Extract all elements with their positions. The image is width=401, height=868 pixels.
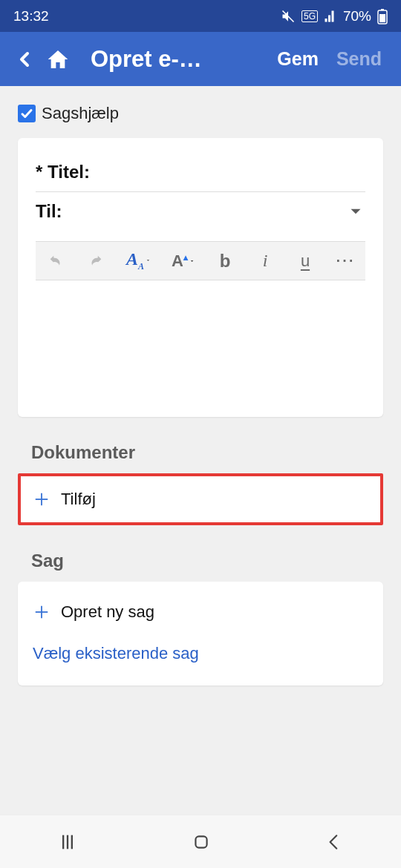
status-bar: 13:32 5G 70% — [0, 0, 401, 32]
case-help-row[interactable]: Sagshjælp — [18, 104, 383, 123]
to-field[interactable]: Til: — [36, 192, 365, 231]
chevron-down-icon[interactable] — [346, 202, 365, 221]
mute-icon — [281, 9, 296, 24]
content-area: Sagshjælp * Titel: Til: AA A▴ — [0, 86, 401, 703]
bold-button[interactable]: b — [215, 251, 235, 272]
app-bar: Opret e-… Gem Send — [0, 32, 401, 86]
caret-down-icon — [146, 256, 151, 265]
plus-icon — [33, 604, 50, 620]
caret-down-icon — [189, 257, 195, 266]
case-help-label: Sagshjælp — [42, 104, 119, 123]
status-right: 5G 70% — [281, 8, 388, 24]
battery-text: 70% — [343, 8, 371, 24]
redo-icon — [88, 253, 104, 269]
signal-icon — [324, 10, 337, 23]
home-nav-icon — [192, 832, 211, 852]
editor-body[interactable] — [36, 280, 365, 399]
send-button[interactable]: Send — [327, 48, 391, 70]
more-button[interactable]: ⋯ — [336, 249, 355, 272]
add-document-label: Tilføj — [61, 490, 96, 509]
documents-section-title: Dokumenter — [31, 442, 383, 463]
save-button[interactable]: Gem — [268, 48, 327, 70]
composer-card: * Titel: Til: AA A▴ b i u ⋯ — [18, 138, 383, 417]
font-family-button[interactable]: AA — [126, 249, 151, 272]
rich-text-toolbar: AA A▴ b i u ⋯ — [36, 241, 365, 280]
network-5g-icon: 5G — [301, 10, 318, 22]
back-nav-button[interactable] — [325, 832, 344, 852]
to-field-label: Til: — [36, 201, 62, 222]
recents-icon — [57, 832, 78, 852]
chevron-left-icon — [16, 48, 34, 70]
svg-rect-3 — [381, 9, 384, 10]
check-icon — [20, 107, 33, 120]
plus-icon — [33, 491, 50, 507]
battery-icon — [377, 8, 388, 24]
home-icon — [46, 47, 70, 71]
android-nav-bar — [0, 815, 401, 868]
home-button[interactable] — [43, 47, 73, 71]
documents-card-highlight: Tilføj — [18, 473, 383, 525]
undo-button[interactable] — [46, 253, 65, 269]
case-section-title: Sag — [31, 550, 383, 571]
select-existing-case-link[interactable]: Vælg eksisterende sag — [33, 637, 368, 663]
add-document-row[interactable]: Tilføj — [33, 490, 368, 509]
recents-button[interactable] — [57, 832, 78, 852]
title-field-label: * Titel: — [36, 162, 90, 183]
back-nav-icon — [325, 832, 344, 852]
case-help-checkbox[interactable] — [18, 105, 36, 122]
svg-rect-11 — [195, 836, 206, 847]
italic-button[interactable]: i — [255, 251, 275, 271]
font-size-button[interactable]: A▴ — [172, 251, 195, 271]
documents-card: Tilføj — [21, 476, 380, 522]
back-button[interactable] — [10, 48, 40, 70]
underline-button[interactable]: u — [296, 251, 315, 271]
create-case-label: Opret ny sag — [61, 602, 154, 622]
page-title: Opret e-… — [91, 46, 268, 73]
home-nav-button[interactable] — [192, 832, 211, 852]
title-field[interactable]: * Titel: — [36, 153, 365, 192]
redo-button[interactable] — [86, 253, 105, 269]
create-case-row[interactable]: Opret ny sag — [33, 598, 368, 637]
case-card: Opret ny sag Vælg eksisterende sag — [18, 582, 383, 685]
svg-rect-2 — [379, 14, 385, 22]
status-time: 13:32 — [13, 8, 49, 24]
undo-icon — [48, 253, 64, 269]
